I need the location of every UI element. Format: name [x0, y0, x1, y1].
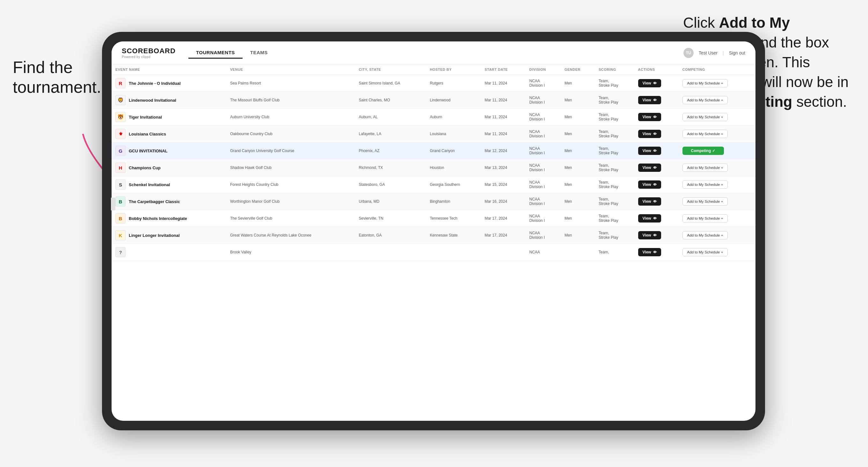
col-venue: VENUE — [226, 64, 355, 75]
cell-actions-9: View 👁 — [634, 210, 679, 227]
cell-scoring-3: Team,Stroke Play — [595, 109, 634, 126]
cell-competing-5: Competing ✓ — [679, 143, 755, 159]
cell-gender-5: Men — [561, 143, 595, 159]
competing-button[interactable]: Competing ✓ — [682, 147, 724, 155]
view-button[interactable]: View 👁 — [638, 147, 661, 155]
annotation-line1: Find the — [13, 57, 101, 77]
add-to-schedule-button[interactable]: Add to My Schedule + — [682, 163, 728, 172]
event-name-text: Louisiana Classics — [129, 132, 166, 136]
cell-gender-9: Men — [561, 210, 595, 227]
view-button[interactable]: View 👁 — [638, 113, 661, 121]
table-row: 🐯 Tiger Invitational Auburn University C… — [112, 109, 755, 126]
cell-actions-7: View 👁 — [634, 176, 679, 193]
event-name-text: The Carpetbagger Classic — [129, 199, 180, 204]
cell-division-11: NCAA — [526, 244, 561, 261]
cell-start_date-3: Mar 11, 2024 — [481, 109, 525, 126]
view-button[interactable]: View 👁 — [638, 163, 661, 172]
cell-division-10: NCAADivision I — [526, 227, 561, 244]
add-to-schedule-button[interactable]: Add to My Schedule + — [682, 214, 728, 222]
cell-gender-6: Men — [561, 159, 595, 176]
team-logo: K — [115, 230, 126, 240]
event-name-cell-2: 🦁 Lindenwood Invitational — [112, 92, 226, 109]
cell-start_date-9: Mar 17, 2024 — [481, 210, 525, 227]
view-button[interactable]: View 👁 — [638, 180, 661, 189]
col-hosted-by: HOSTED BY — [426, 64, 481, 75]
col-event-name: EVENT NAME — [112, 64, 226, 75]
cell-actions-11: View 👁 — [634, 244, 679, 261]
team-logo: S — [115, 180, 126, 190]
add-to-schedule-button[interactable]: Add to My Schedule + — [682, 130, 728, 138]
cell-venue-5: Grand Canyon University Golf Course — [226, 143, 355, 159]
cell-gender-7: Men — [561, 176, 595, 193]
add-to-schedule-button[interactable]: Add to My Schedule + — [682, 79, 728, 87]
cell-venue-3: Auburn University Club — [226, 109, 355, 126]
eye-icon: 👁 — [653, 115, 657, 119]
add-to-schedule-button[interactable]: Add to My Schedule + — [682, 248, 728, 256]
cell-start_date-6: Mar 13, 2024 — [481, 159, 525, 176]
cell-actions-3: View 👁 — [634, 109, 679, 126]
event-name-text: Schenkel Invitational — [129, 182, 170, 187]
view-button[interactable]: View 👁 — [638, 248, 661, 256]
view-button[interactable]: View 👁 — [638, 79, 661, 87]
cell-competing-2: Add to My Schedule + — [679, 92, 755, 109]
cell-city_state-11 — [355, 244, 426, 261]
cell-actions-10: View 👁 — [634, 227, 679, 244]
cell-venue-1: Sea Palms Resort — [226, 75, 355, 92]
cell-competing-10: Add to My Schedule + — [679, 227, 755, 244]
tournaments-table: EVENT NAME VENUE CITY, STATE HOSTED BY S… — [112, 64, 755, 261]
event-name-text: Lindenwood Invitational — [129, 98, 176, 103]
cell-hosted_by-7: Georgia Southern — [426, 176, 481, 193]
cell-hosted_by-11 — [426, 244, 481, 261]
eye-icon: 👁 — [653, 98, 657, 102]
cell-city_state-1: Saint Simons Island, GA — [355, 75, 426, 92]
view-button[interactable]: View 👁 — [638, 130, 661, 138]
nav-right: TU Test User | Sign out — [683, 48, 745, 58]
nav-bar: SCOREBOARD Powered by clippd TOURNAMENTS… — [112, 41, 755, 64]
table-row: ⚜ Louisiana Classics Oakbourne Country C… — [112, 126, 755, 143]
add-to-schedule-button[interactable]: Add to My Schedule + — [682, 113, 728, 121]
tab-tournaments[interactable]: TOURNAMENTS — [188, 47, 243, 59]
cell-city_state-8: Urbana, MD — [355, 193, 426, 210]
cell-actions-1: View 👁 — [634, 75, 679, 92]
cell-city_state-3: Auburn, AL — [355, 109, 426, 126]
eye-icon: 👁 — [653, 81, 657, 85]
team-logo: 🦁 — [115, 95, 126, 105]
cell-start_date-10: Mar 17, 2024 — [481, 227, 525, 244]
cell-gender-10: Men — [561, 227, 595, 244]
table-row: 🦁 Lindenwood Invitational The Missouri B… — [112, 92, 755, 109]
view-button[interactable]: View 👁 — [638, 231, 661, 240]
annotation-line2: tournament. — [13, 77, 101, 97]
add-to-schedule-button[interactable]: Add to My Schedule + — [682, 96, 728, 104]
cell-hosted_by-4: Louisiana — [426, 126, 481, 143]
col-scoring: SCORING — [595, 64, 634, 75]
sidebar-toggle[interactable] — [111, 198, 115, 210]
col-division: DIVISION — [526, 64, 561, 75]
add-to-schedule-button[interactable]: Add to My Schedule + — [682, 197, 728, 206]
add-to-schedule-button[interactable]: Add to My Schedule + — [682, 180, 728, 189]
view-button[interactable]: View 👁 — [638, 96, 661, 104]
tablet-screen: SCOREBOARD Powered by clippd TOURNAMENTS… — [112, 41, 755, 421]
view-button[interactable]: View 👁 — [638, 214, 661, 222]
logo-area: SCOREBOARD Powered by clippd — [122, 47, 176, 59]
cell-venue-8: Worthington Manor Golf Club — [226, 193, 355, 210]
cell-city_state-6: Richmond, TX — [355, 159, 426, 176]
team-logo: G — [115, 146, 126, 156]
cell-venue-11: Brook Valley — [226, 244, 355, 261]
nav-tabs: TOURNAMENTS TEAMS — [188, 47, 275, 59]
cell-start_date-8: Mar 16, 2024 — [481, 193, 525, 210]
sign-out-link[interactable]: Sign out — [729, 50, 745, 56]
cell-hosted_by-8: Binghamton — [426, 193, 481, 210]
col-competing: COMPETING — [679, 64, 755, 75]
team-logo: H — [115, 162, 126, 173]
view-button[interactable]: View 👁 — [638, 197, 661, 206]
tab-teams[interactable]: TEAMS — [243, 47, 275, 59]
cell-venue-2: The Missouri Bluffs Golf Club — [226, 92, 355, 109]
cell-division-5: NCAADivision I — [526, 143, 561, 159]
cell-gender-1: Men — [561, 75, 595, 92]
cell-hosted_by-6: Houston — [426, 159, 481, 176]
table-row: R The Johnnie - O Individual Sea Palms R… — [112, 75, 755, 92]
event-name-cell-5: G GCU INVITATIONAL — [112, 143, 226, 159]
add-to-schedule-button[interactable]: Add to My Schedule + — [682, 231, 728, 240]
cell-start_date-2: Mar 11, 2024 — [481, 92, 525, 109]
table-row: K Linger Longer Invitational Great Water… — [112, 227, 755, 244]
